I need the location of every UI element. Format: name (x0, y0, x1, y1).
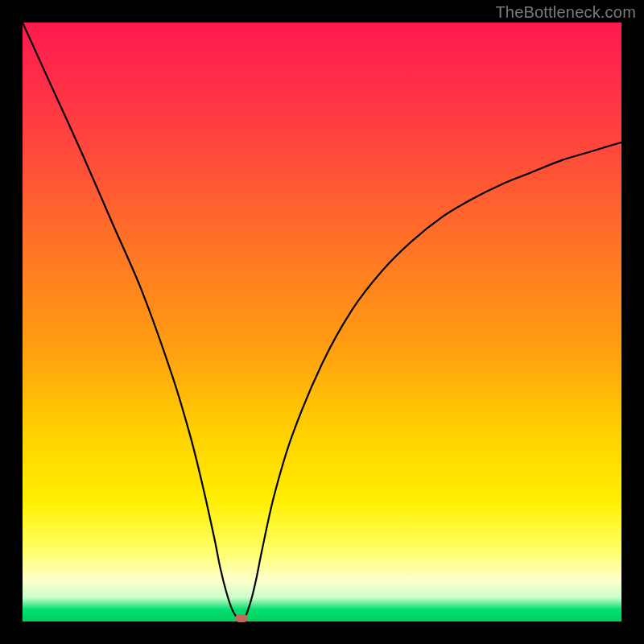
chart-frame: TheBottleneck.com (0, 0, 644, 644)
optimal-point-marker (235, 614, 248, 622)
watermark-text: TheBottleneck.com (495, 3, 636, 22)
bottleneck-curve (23, 23, 621, 621)
plot-area (23, 23, 621, 621)
